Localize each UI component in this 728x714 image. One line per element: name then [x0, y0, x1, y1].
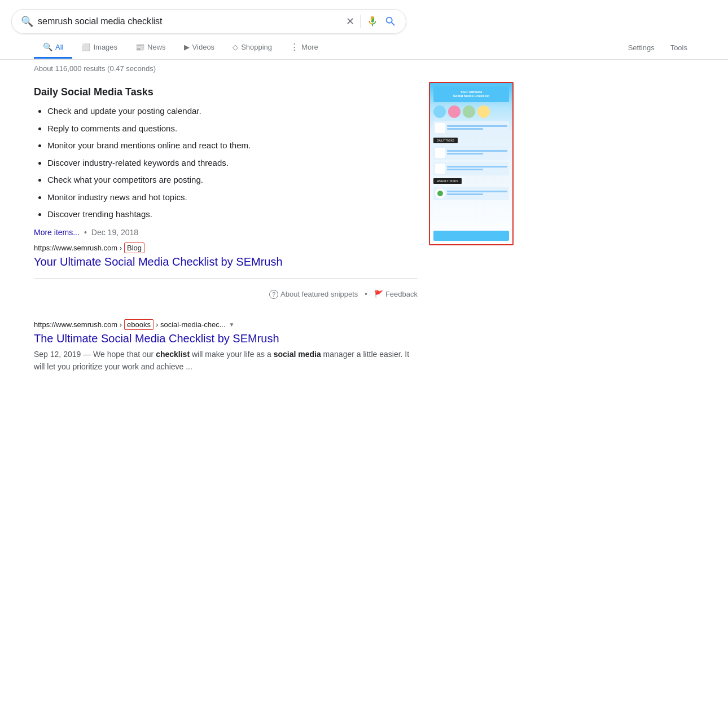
nav-tabs: 🔍 All ⬜ Images 📰 News ▶ Videos ◇ Shoppin…: [0, 36, 728, 60]
results-left: Daily Social Media Tasks Check and updat…: [34, 77, 418, 373]
bullet-separator: •: [84, 228, 87, 237]
tab-more-label: More: [301, 43, 318, 51]
image-bottom-bar: [433, 231, 509, 241]
search-icons: ✕: [346, 15, 397, 28]
desc-bold1: checklist: [156, 350, 190, 359]
feedback-label: Feedback: [385, 290, 418, 298]
image-section-text-2: [447, 150, 507, 156]
results-info: About 116,000 results (0.47 seconds): [0, 60, 728, 77]
snippet-list: Check and update your posting calendar. …: [34, 105, 418, 221]
search-submit-icon[interactable]: [384, 15, 397, 28]
image-section-text-4: [447, 191, 507, 196]
line-1: [447, 125, 507, 127]
line-4: [447, 153, 483, 155]
tab-shopping-label: Shopping: [241, 43, 272, 51]
snippet-date: Dec 19, 2018: [91, 228, 138, 237]
list-item: Monitor your brand mentions online and r…: [47, 139, 418, 152]
search-bar: 🔍 semrush social media checklist ✕: [11, 9, 406, 34]
tab-news[interactable]: 📰 News: [126, 37, 175, 59]
about-label: About featured snippets: [280, 290, 358, 298]
tab-videos-label: Videos: [192, 43, 215, 51]
image-section-icon-2: [435, 148, 445, 158]
snippet-title: Daily Social Media Tasks: [34, 86, 418, 98]
breadcrumb-ebooks: ebooks: [124, 319, 154, 330]
results-count: About 116,000 results (0.47 seconds): [34, 64, 156, 73]
tab-shopping[interactable]: ◇ Shopping: [223, 37, 281, 59]
snippet-result-title[interactable]: Your Ultimate Social Media Checklist by …: [34, 255, 283, 268]
line-3: [447, 150, 507, 152]
feedback-icon: 🚩: [374, 290, 383, 298]
image-section-text-3: [447, 166, 507, 171]
line-6: [447, 169, 483, 170]
settings-link[interactable]: Settings: [621, 38, 661, 58]
line-7: [447, 191, 507, 192]
list-item: Reply to comments and questions.: [47, 122, 418, 135]
image-section-4: [433, 187, 509, 200]
search-input[interactable]: semrush social media checklist: [38, 16, 341, 27]
image-icon-4: [477, 105, 490, 118]
list-item: Discover industry-related keywords and t…: [47, 157, 418, 170]
feedback-button[interactable]: 🚩 Feedback: [374, 290, 418, 298]
question-icon: ?: [269, 290, 278, 299]
close-icon[interactable]: ✕: [346, 15, 354, 28]
vertical-divider: [360, 15, 361, 28]
second-result-url: https://www.semrush.com › ebooks › socia…: [34, 319, 418, 330]
search-icon: 🔍: [21, 15, 33, 28]
image-title-bar: Your UltimateSocial Media Checklist: [433, 86, 509, 102]
list-item: Check and update your posting calendar.: [47, 105, 418, 118]
line-8: [447, 193, 483, 195]
image-section-icon-3: [435, 164, 445, 174]
tab-more[interactable]: ⋮ More: [281, 36, 327, 59]
tools-link[interactable]: Tools: [664, 38, 694, 58]
tab-images[interactable]: ⬜ Images: [72, 37, 126, 59]
tab-all[interactable]: 🔍 All: [34, 37, 72, 59]
image-icon-2: [448, 105, 461, 118]
image-section-2: [433, 146, 509, 160]
second-result-description: Sep 12, 2019 — We hope that our checklis…: [34, 348, 418, 373]
results-right: Your UltimateSocial Media Checklist: [429, 77, 519, 373]
tab-all-label: All: [55, 43, 63, 51]
main-content: Daily Social Media Tasks Check and updat…: [0, 77, 728, 373]
more-tab-icon: ⋮: [290, 42, 299, 52]
desc-bold2: social media: [274, 350, 321, 359]
images-tab-icon: ⬜: [81, 43, 90, 51]
image-section-icon-1: [435, 123, 445, 133]
image-icon-3: [463, 105, 475, 118]
snippet-footer: ? About featured snippets • 🚩 Feedback: [34, 288, 418, 301]
news-tab-icon: 📰: [135, 43, 144, 51]
image-icon-1: [433, 105, 446, 118]
second-result: https://www.semrush.com › ebooks › socia…: [34, 319, 418, 373]
shopping-tab-icon: ◇: [233, 43, 238, 51]
mic-icon[interactable]: [366, 15, 379, 28]
list-item: Discover trending hashtags.: [47, 208, 418, 221]
featured-snippet: Daily Social Media Tasks Check and updat…: [34, 77, 418, 310]
dot-separator: •: [365, 290, 367, 298]
image-section-icon-4: [435, 188, 445, 199]
second-url-prefix: https://www.semrush.com ›: [34, 320, 122, 329]
tab-videos[interactable]: ▶ Videos: [175, 37, 224, 59]
desc-mid1: will make your life as a: [190, 350, 274, 359]
snippet-image[interactable]: Your UltimateSocial Media Checklist: [429, 82, 514, 245]
image-icons-row: [433, 105, 509, 118]
separator-line: [34, 278, 418, 279]
image-title-text: Your UltimateSocial Media Checklist: [453, 90, 490, 98]
second-result-title[interactable]: The Ultimate Social Media Checklist by S…: [34, 332, 279, 345]
about-featured-snippets[interactable]: ? About featured snippets: [269, 290, 358, 299]
image-black-bar-1: DAILY TASKS: [433, 138, 458, 143]
more-items-link[interactable]: More items...: [34, 228, 80, 237]
breadcrumb-blog: Blog: [124, 243, 144, 253]
dropdown-arrow-icon[interactable]: ▼: [229, 321, 235, 328]
image-section-1: [433, 121, 509, 135]
all-tab-icon: 🔍: [43, 42, 52, 51]
desc-prefix: Sep 12, 2019 — We hope that our: [34, 350, 156, 359]
line-2: [447, 128, 483, 130]
videos-tab-icon: ▶: [184, 43, 190, 51]
tab-news-label: News: [147, 43, 166, 51]
image-section-3: [433, 162, 509, 175]
second-url-suffix: › social-media-chec...: [156, 320, 226, 329]
tab-images-label: Images: [93, 43, 117, 51]
snippet-meta: More items... • Dec 19, 2018: [34, 228, 418, 237]
image-inner: Your UltimateSocial Media Checklist: [430, 83, 512, 244]
list-item: Monitor industry news and hot topics.: [47, 191, 418, 204]
line-5: [447, 166, 507, 168]
